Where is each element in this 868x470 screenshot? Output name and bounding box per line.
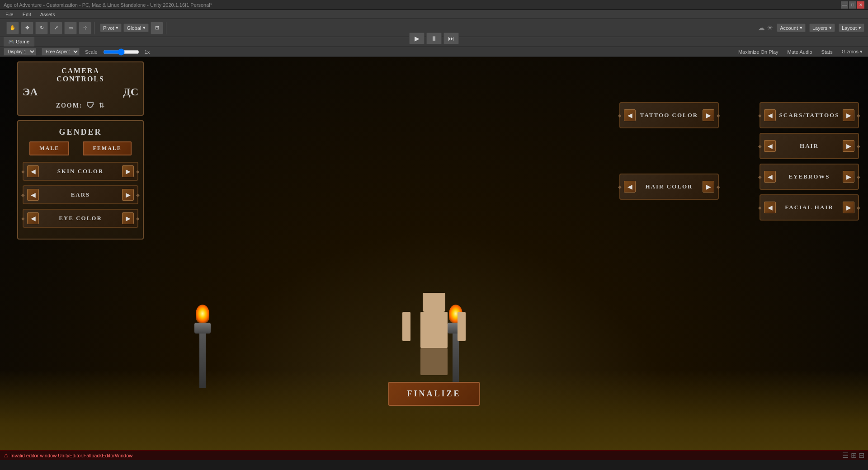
char-arm-right (458, 312, 466, 341)
left-torch-body (199, 334, 206, 388)
move-tool-button[interactable]: ✥ (21, 22, 33, 34)
play-controls: ▶ ⏸ ⏭ (409, 33, 459, 44)
skin-color-row: ◀ SKIN COLOR ▶ (23, 162, 138, 181)
view-bar: Display 1 Free Aspect Scale 1x Maximize … (0, 47, 868, 57)
tattoo-color-prev-button[interactable]: ◀ (624, 109, 636, 121)
scars-tattoos-next-button[interactable]: ▶ (843, 109, 854, 121)
layers-button[interactable]: Layers ▾ (809, 24, 835, 32)
toolbar-pivot-group: Pivot ▾ Global ▾ ⊞ (97, 22, 166, 34)
global-label: Global (127, 25, 141, 31)
stats-btn[interactable]: Stats (820, 48, 835, 56)
zoom-icon: 🛡 (86, 101, 95, 110)
hair-color-row: ◀ HAIR COLOR ▶ (619, 174, 719, 200)
zoom-label: ZOOM: (56, 102, 83, 109)
ears-prev-button[interactable]: ◀ (27, 189, 39, 201)
ears-next-button[interactable]: ▶ (122, 189, 134, 201)
menu-edit[interactable]: Edit (21, 12, 33, 17)
tattoo-color-next-button[interactable]: ▶ (703, 109, 714, 121)
game-tab[interactable]: 🎮 Game (4, 37, 34, 47)
eye-color-row: ◀ EYE COLOR ▶ (23, 209, 138, 228)
camera-title-line1: CAMERA (23, 67, 138, 75)
skin-color-prev-button[interactable]: ◀ (27, 165, 39, 177)
eye-color-prev-button[interactable]: ◀ (27, 212, 39, 224)
scale-tool-button[interactable]: ⤢ (50, 22, 62, 34)
female-button[interactable]: FEMALE (83, 141, 131, 155)
minimize-button[interactable]: — (841, 1, 848, 9)
right-panel-left: ◀ TATTOO COLOR ▶ ◀ HAIR COLOR ▶ (619, 102, 719, 204)
eyebrows-row: ◀ EYEBROWS ▶ (760, 164, 859, 190)
facial-hair-row: ◀ FACIAL HAIR ▶ (760, 194, 859, 221)
male-button[interactable]: MALE (29, 141, 69, 155)
close-button[interactable]: ✕ (857, 1, 864, 9)
hair-color-next-button[interactable]: ▶ (703, 181, 714, 193)
character (407, 293, 461, 383)
toolbar-right: ☁ ☀ Account ▾ Layers ▾ Layout ▾ (758, 24, 864, 32)
gizmos-btn[interactable]: Gizmos ▾ (840, 48, 864, 56)
left-panel: CAMERA CONTROLS ЭА ДС ZOOM: 🛡 ⇅ GENDER M… (17, 61, 144, 240)
account-button[interactable]: Account ▾ (777, 24, 806, 32)
window-controls[interactable]: — □ ✕ (841, 1, 864, 9)
status-bar: ⚠ Invalid editor window UnityEditor.Fall… (0, 450, 868, 460)
eyebrows-prev-button[interactable]: ◀ (764, 171, 776, 183)
tattoo-color-row: ◀ TATTOO COLOR ▶ (619, 102, 719, 128)
layers-label: Layers (812, 25, 827, 31)
eyebrows-next-button[interactable]: ▶ (843, 171, 854, 183)
eye-color-label: EYE COLOR (39, 215, 122, 222)
tattoo-color-label: TATTOO COLOR (636, 112, 703, 119)
menu-assets[interactable]: Assets (38, 12, 57, 17)
pause-button[interactable]: ⏸ (426, 33, 442, 44)
hand-tool-button[interactable]: ✋ (6, 22, 19, 34)
hair-color-prev-button[interactable]: ◀ (624, 181, 636, 193)
camera-controls-panel: CAMERA CONTROLS ЭА ДС ZOOM: 🛡 ⇅ (17, 61, 144, 116)
left-torch-flame (196, 305, 209, 323)
mute-audio-btn[interactable]: Mute Audio (786, 48, 814, 56)
facial-hair-prev-button[interactable]: ◀ (764, 202, 776, 213)
global-button[interactable]: Global ▾ (123, 24, 149, 32)
char-arm-left (402, 312, 410, 341)
account-label: Account (780, 25, 798, 31)
scars-tattoos-prev-button[interactable]: ◀ (764, 109, 776, 121)
hair-style-row: ◀ HAIR ▶ (760, 133, 859, 159)
left-torch (194, 305, 211, 388)
maximize-play-btn[interactable]: Maximize On Play (736, 48, 780, 56)
skin-color-next-button[interactable]: ▶ (122, 165, 134, 177)
left-torch-basket (194, 323, 211, 334)
step-button[interactable]: ⏭ (443, 33, 459, 44)
aspect-select[interactable]: Free Aspect (42, 48, 80, 56)
gender-title: GENDER (23, 127, 138, 137)
camera-right-letter: ДС (123, 86, 138, 98)
pivot-button[interactable]: Pivot ▾ (100, 24, 122, 32)
gender-section: GENDER MALE FEMALE (23, 127, 138, 155)
char-legs (420, 348, 448, 375)
scars-tattoos-row: ◀ SCARS/TATTOOS ▶ (760, 102, 859, 128)
layout-button[interactable]: Layout ▾ (839, 24, 864, 32)
layout-label: Layout (842, 25, 857, 31)
transform-tool-button[interactable]: ⊹ (79, 22, 91, 34)
hair-style-prev-button[interactable]: ◀ (764, 140, 776, 152)
rect-tool-button[interactable]: ▭ (64, 22, 77, 34)
play-button[interactable]: ▶ (409, 33, 425, 44)
rotate-tool-button[interactable]: ↻ (35, 22, 48, 34)
status-text: Invalid editor window UnityEditor.Fallba… (10, 453, 132, 458)
hair-style-next-button[interactable]: ▶ (843, 140, 854, 152)
camera-letters-row: ЭА ДС (23, 86, 138, 98)
scars-tattoos-label: SCARS/TATTOOS (776, 112, 843, 119)
gender-row: MALE FEMALE (23, 141, 138, 155)
error-icon: ⚠ (4, 452, 9, 459)
skin-color-label: SKIN COLOR (39, 168, 122, 175)
display-select[interactable]: Display 1 (4, 48, 36, 56)
menu-file[interactable]: File (4, 12, 15, 17)
scale-slider[interactable] (103, 48, 139, 56)
scale-value: 1x (145, 49, 150, 55)
char-body (420, 312, 448, 348)
menu-bar: File Edit Assets (0, 10, 868, 19)
finalize-button[interactable]: FINALIZE (388, 382, 480, 406)
extra-btn[interactable]: ⊞ (151, 22, 163, 34)
camera-zoom-row: ZOOM: 🛡 ⇅ (23, 101, 138, 110)
maximize-button[interactable]: □ (849, 1, 856, 9)
facial-hair-next-button[interactable]: ▶ (843, 202, 854, 213)
toolbar-transform-group: ✋ ✥ ↻ ⤢ ▭ ⊹ (4, 22, 94, 34)
title-bar: Age of Adventure - Customization - PC, M… (0, 0, 868, 10)
toolbar: ✋ ✥ ↻ ⤢ ▭ ⊹ Pivot ▾ Global ▾ ⊞ ▶ ⏸ ⏭ ☁ ☀… (0, 19, 868, 37)
eye-color-next-button[interactable]: ▶ (122, 212, 134, 224)
